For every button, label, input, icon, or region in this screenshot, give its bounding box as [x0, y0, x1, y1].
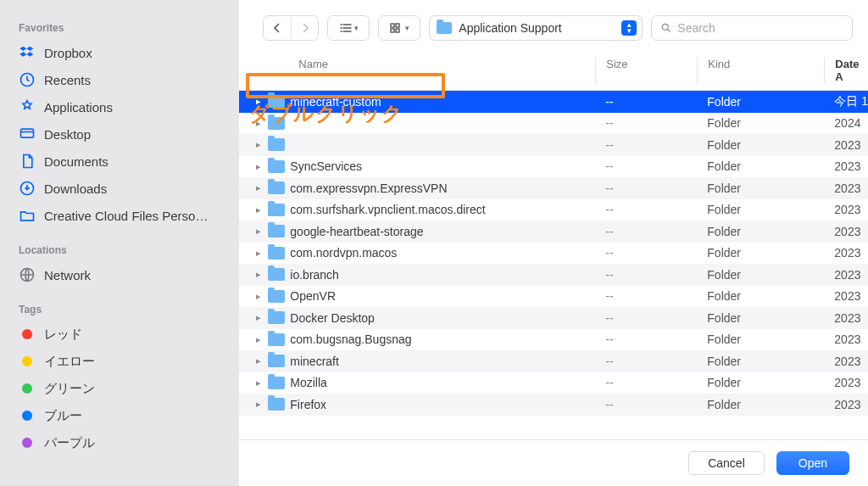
- download-icon: [19, 180, 36, 197]
- list-icon: [339, 23, 353, 33]
- file-size: --: [595, 398, 697, 411]
- file-size: --: [595, 225, 697, 238]
- search-input[interactable]: [677, 21, 843, 35]
- sidebar-item-label: Downloads: [44, 182, 107, 196]
- file-name: google-heartbeat-storage: [290, 225, 423, 238]
- sidebar-item-creative-cloud[interactable]: Creative Cloud Files Perso…: [0, 202, 239, 229]
- desktop-icon: [19, 126, 36, 142]
- sidebar-section-tags: Tags: [0, 299, 239, 321]
- table-row[interactable]: ▸com.expressvpn.ExpressVPN--Folder2023: [239, 177, 868, 199]
- table-row[interactable]: ▸google-heartbeat-storage--Folder2023: [239, 221, 868, 243]
- sidebar-item-label: Creative Cloud Files Perso…: [44, 209, 208, 223]
- sidebar-item-documents[interactable]: Documents: [0, 148, 239, 175]
- disclosure-triangle-icon[interactable]: ▸: [254, 377, 263, 388]
- disclosure-triangle-icon[interactable]: ▸: [254, 139, 263, 150]
- view-list-button[interactable]: ▾: [327, 15, 370, 41]
- table-row[interactable]: ▸minecraft--Folder2023: [239, 350, 868, 372]
- table-row[interactable]: ▸--Folder2023: [239, 134, 868, 156]
- disclosure-triangle-icon[interactable]: ▸: [254, 204, 263, 215]
- svg-rect-7: [396, 29, 399, 32]
- globe-icon: [19, 266, 36, 283]
- folder-icon: [268, 247, 285, 260]
- sidebar-item-network[interactable]: Network: [0, 261, 239, 288]
- folder-icon: [268, 117, 285, 130]
- sidebar-item-downloads[interactable]: Downloads: [0, 175, 239, 202]
- file-list: Name Size Kind Date A ▸minecraft-custom-…: [239, 49, 868, 439]
- file-date: 2024: [824, 116, 868, 130]
- table-row[interactable]: ▸--Folder2024: [239, 113, 868, 135]
- file-kind: Folder: [697, 398, 824, 411]
- file-kind: Folder: [697, 116, 824, 130]
- group-button[interactable]: ▾: [378, 15, 420, 41]
- file-kind: Folder: [697, 203, 824, 216]
- folder-icon: [268, 311, 285, 324]
- sidebar-tag-purple[interactable]: パープル: [0, 429, 239, 456]
- disclosure-triangle-icon[interactable]: ▸: [254, 355, 263, 366]
- file-kind: Folder: [697, 159, 824, 173]
- disclosure-triangle-icon[interactable]: ▸: [254, 399, 263, 410]
- sidebar-item-recents[interactable]: Recents: [0, 66, 239, 93]
- chevron-down-icon: ▾: [354, 24, 359, 32]
- table-row[interactable]: ▸Docker Desktop--Folder2023: [239, 307, 868, 329]
- disclosure-triangle-icon[interactable]: ▸: [254, 226, 263, 237]
- table-row[interactable]: ▸com.surfshark.vpnclient.macos.direct--F…: [239, 199, 868, 221]
- sidebar-tag-green[interactable]: グリーン: [0, 375, 239, 402]
- sidebar-tag-red[interactable]: レッド: [0, 321, 239, 348]
- file-name: Docker Desktop: [290, 311, 375, 325]
- table-row[interactable]: ▸OpenVR--Folder2023: [239, 286, 868, 308]
- sidebar-item-label: Recents: [44, 73, 91, 87]
- sidebar-tag-yellow[interactable]: イエロー: [0, 348, 239, 375]
- column-size[interactable]: Size: [595, 58, 697, 83]
- file-size: --: [595, 355, 697, 368]
- disclosure-triangle-icon[interactable]: ▸: [254, 291, 263, 302]
- table-row[interactable]: ▸minecraft-custom--Folder今日 1: [239, 91, 868, 113]
- disclosure-triangle-icon[interactable]: ▸: [254, 182, 263, 193]
- table-row[interactable]: ▸io.branch--Folder2023: [239, 264, 868, 286]
- file-name: minecraft: [290, 355, 339, 368]
- search-field[interactable]: [651, 15, 853, 41]
- sidebar-item-applications[interactable]: Applications: [0, 93, 239, 120]
- disclosure-triangle-icon[interactable]: ▸: [254, 161, 263, 172]
- sidebar-item-label: グリーン: [44, 381, 95, 397]
- file-size: --: [595, 159, 697, 173]
- svg-rect-1: [21, 129, 34, 137]
- table-row[interactable]: ▸com.bugsnag.Bugsnag--Folder2023: [239, 329, 868, 351]
- file-kind: Folder: [697, 95, 824, 109]
- svg-rect-4: [391, 24, 394, 27]
- file-kind: Folder: [697, 182, 824, 195]
- disclosure-triangle-icon[interactable]: ▸: [254, 118, 263, 129]
- file-kind: Folder: [697, 376, 824, 389]
- forward-button[interactable]: [291, 16, 318, 40]
- folder-icon: [268, 160, 285, 173]
- folder-icon: [437, 22, 452, 34]
- sidebar-item-desktop[interactable]: Desktop: [0, 120, 239, 148]
- cancel-button[interactable]: Cancel: [688, 451, 765, 475]
- column-name[interactable]: Name: [239, 58, 595, 83]
- sidebar-item-label: Dropbox: [44, 46, 92, 60]
- table-row[interactable]: ▸Firefox--Folder2023: [239, 394, 868, 416]
- table-row[interactable]: ▸Mozilla--Folder2023: [239, 372, 868, 394]
- file-name: com.nordvpn.macos: [290, 246, 397, 260]
- open-button[interactable]: Open: [776, 451, 849, 475]
- file-kind: Folder: [697, 268, 824, 282]
- disclosure-triangle-icon[interactable]: ▸: [254, 312, 263, 323]
- table-row[interactable]: ▸SyncServices--Folder2023: [239, 156, 868, 178]
- back-button[interactable]: [264, 16, 291, 40]
- file-date: 2023: [824, 182, 868, 195]
- file-date: 2023: [824, 203, 868, 216]
- sidebar-item-dropbox[interactable]: Dropbox: [0, 39, 239, 66]
- tag-dot-icon: [19, 326, 36, 343]
- table-row[interactable]: ▸com.nordvpn.macos--Folder2023: [239, 243, 868, 265]
- apps-icon: [19, 98, 36, 115]
- disclosure-triangle-icon[interactable]: ▸: [254, 334, 263, 345]
- sidebar-item-label: Desktop: [44, 127, 91, 142]
- sidebar-tag-blue[interactable]: ブルー: [0, 402, 239, 429]
- column-kind[interactable]: Kind: [697, 58, 824, 83]
- column-date[interactable]: Date A: [824, 58, 868, 83]
- file-name: com.surfshark.vpnclient.macos.direct: [290, 203, 485, 216]
- disclosure-triangle-icon[interactable]: ▸: [254, 96, 263, 107]
- disclosure-triangle-icon[interactable]: ▸: [254, 248, 263, 259]
- file-name: OpenVR: [290, 289, 336, 303]
- path-popup[interactable]: Application Support ▲▼: [429, 15, 643, 41]
- disclosure-triangle-icon[interactable]: ▸: [254, 269, 263, 280]
